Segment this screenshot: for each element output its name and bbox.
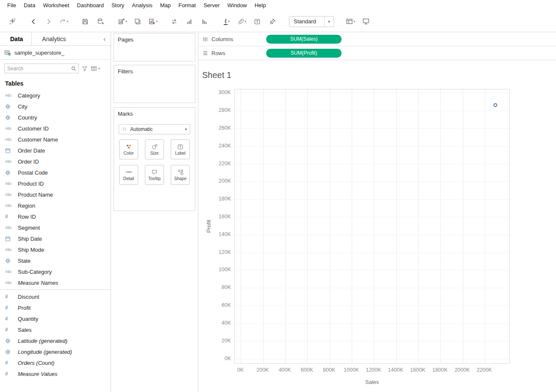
field-latitude-generated[interactable]: Latitude (generated) bbox=[0, 335, 111, 346]
field-measure-names[interactable]: AbcMeasure Names bbox=[0, 277, 111, 288]
field-postal-code[interactable]: Postal Code bbox=[0, 167, 111, 178]
field-country[interactable]: Country bbox=[0, 112, 111, 123]
shape-mark-button[interactable]: Shape bbox=[171, 165, 190, 185]
x-axis-title[interactable]: Sales bbox=[365, 379, 379, 385]
chevron-down-icon[interactable]: ▾ bbox=[245, 19, 246, 23]
filter-fields-icon[interactable] bbox=[82, 66, 88, 72]
chevron-down-icon[interactable]: ▾ bbox=[324, 17, 334, 27]
fix-pin-button[interactable] bbox=[266, 15, 279, 28]
field-ship-date[interactable]: Ship Date bbox=[0, 233, 111, 244]
menu-analysis[interactable]: Analysis bbox=[128, 0, 156, 11]
pill-sum-profit[interactable]: SUM(Profit) bbox=[266, 49, 342, 58]
menu-server[interactable]: Server bbox=[200, 0, 223, 11]
clear-sheet-button[interactable]: ▾ bbox=[147, 15, 159, 28]
tab-analytics[interactable]: Analytics bbox=[32, 32, 74, 45]
field-customer-name[interactable]: AbcCustomer Name bbox=[0, 134, 111, 145]
view-mode-value: Standard bbox=[289, 18, 324, 25]
hash-icon: # bbox=[5, 360, 16, 366]
highlight-icon: ℓ bbox=[224, 18, 228, 25]
field-profit[interactable]: #Profit bbox=[0, 302, 111, 313]
field-customer-id[interactable]: AbcCustomer ID bbox=[0, 123, 111, 134]
highlight-button[interactable]: ℓ▾ bbox=[220, 15, 233, 28]
plot-area[interactable] bbox=[234, 89, 510, 364]
chevron-down-icon[interactable]: ▾ bbox=[156, 19, 158, 23]
x-gridline bbox=[463, 89, 463, 363]
menu-map[interactable]: Map bbox=[156, 0, 175, 11]
worksheet-column: Columns SUM(Sales) Rows SUM(Profit) Shee… bbox=[198, 32, 556, 392]
detail-mark-button[interactable]: Detail bbox=[119, 165, 138, 185]
field-product-id[interactable]: AbcProduct ID bbox=[0, 178, 111, 189]
size-mark-button[interactable]: Size bbox=[145, 139, 164, 159]
sheet-title[interactable]: Sheet 1 bbox=[202, 70, 231, 80]
hash-icon: # bbox=[5, 327, 16, 333]
rows-shelf[interactable]: Rows SUM(Profit) bbox=[198, 46, 556, 60]
search-input[interactable] bbox=[5, 66, 71, 72]
tab-data[interactable]: Data bbox=[0, 32, 32, 45]
pages-shelf[interactable]: Pages bbox=[114, 33, 195, 61]
menu-data[interactable]: Data bbox=[20, 0, 39, 11]
x-gridline bbox=[485, 89, 485, 363]
field-longitude-generated[interactable]: Longitude (generated) bbox=[0, 346, 111, 357]
color-mark-button[interactable]: Color bbox=[119, 139, 138, 159]
field-ship-mode[interactable]: AbcShip Mode bbox=[0, 244, 111, 255]
forward-arrow-button[interactable] bbox=[42, 15, 55, 28]
datasource-row[interactable]: sample_superstore_ bbox=[0, 46, 111, 60]
paperclip-button[interactable]: ▾ bbox=[236, 15, 248, 28]
chevron-down-icon[interactable]: ▾ bbox=[67, 19, 68, 23]
field-city[interactable]: City bbox=[0, 101, 111, 112]
menu-file[interactable]: File bbox=[3, 0, 20, 11]
field-row-id[interactable]: #Row ID bbox=[0, 211, 111, 222]
columns-shelf[interactable]: Columns SUM(Sales) bbox=[198, 32, 556, 46]
field-state[interactable]: State bbox=[0, 255, 111, 266]
sort-descending-button[interactable] bbox=[198, 15, 211, 28]
chevron-down-icon[interactable]: ▾ bbox=[228, 19, 230, 23]
y-axis-title[interactable]: Profit bbox=[206, 220, 212, 233]
abc-icon: Abc bbox=[5, 93, 16, 97]
label-mark-button[interactable]: Label bbox=[171, 139, 190, 159]
save-button[interactable] bbox=[79, 15, 92, 28]
new-worksheet-button[interactable]: ▾ bbox=[116, 15, 129, 28]
field-sub-category[interactable]: AbcSub-Category bbox=[0, 266, 111, 277]
menu-format[interactable]: Format bbox=[175, 0, 200, 11]
field-product-name[interactable]: AbcProduct Name bbox=[0, 189, 111, 200]
swap-rows-columns-button[interactable] bbox=[168, 15, 181, 28]
field-order-date[interactable]: Order Date bbox=[0, 145, 111, 156]
show-hide-cards-button[interactable]: ▾ bbox=[344, 15, 357, 28]
field-measure-values[interactable]: #Measure Values bbox=[0, 368, 111, 379]
tooltip-mark-button[interactable]: Tooltip bbox=[145, 165, 164, 185]
menu-dashboard[interactable]: Dashboard bbox=[73, 0, 108, 11]
chevron-down-icon[interactable]: ▾ bbox=[353, 19, 355, 23]
search-icon[interactable] bbox=[71, 66, 78, 72]
scatter-mark[interactable] bbox=[494, 103, 498, 107]
tableau-logo-button[interactable] bbox=[6, 15, 19, 28]
menu-window[interactable]: Window bbox=[223, 0, 250, 11]
show-mark-labels-button[interactable] bbox=[251, 15, 264, 28]
redo-arrow-button[interactable]: ▾ bbox=[58, 15, 70, 28]
presentation-mode-button[interactable] bbox=[359, 15, 372, 28]
collapse-pane-icon[interactable]: ‹ bbox=[98, 32, 111, 45]
field-quantity[interactable]: #Quantity bbox=[0, 313, 111, 324]
field-order-id[interactable]: AbcOrder ID bbox=[0, 156, 111, 167]
duplicate-sheet-button[interactable] bbox=[131, 15, 144, 28]
mark-type-dropdown[interactable]: Automatic ▾ bbox=[119, 124, 190, 134]
field-discount[interactable]: #Discount bbox=[0, 291, 111, 302]
field-category[interactable]: AbcCategory bbox=[0, 90, 111, 101]
pane-tabs: Data Analytics ‹ bbox=[0, 32, 111, 46]
view-as-control[interactable]: ▾ bbox=[91, 65, 100, 72]
field-orders-count[interactable]: #Orders (Count) bbox=[0, 357, 111, 368]
field-segment[interactable]: AbcSegment bbox=[0, 222, 111, 233]
field-region[interactable]: AbcRegion bbox=[0, 200, 111, 211]
menu-story[interactable]: Story bbox=[108, 0, 128, 11]
add-data-source-button[interactable] bbox=[94, 15, 107, 28]
view-mode-select[interactable]: Standard▾ bbox=[289, 16, 334, 27]
y-gridline bbox=[235, 270, 509, 270]
search-box bbox=[4, 64, 79, 73]
pill-sum-sales[interactable]: SUM(Sales) bbox=[266, 35, 342, 44]
menu-help[interactable]: Help bbox=[251, 0, 270, 11]
sort-ascending-button[interactable] bbox=[183, 15, 196, 28]
filters-shelf[interactable]: Filters bbox=[114, 65, 195, 103]
chevron-down-icon[interactable]: ▾ bbox=[125, 19, 127, 23]
back-arrow-button[interactable] bbox=[27, 15, 40, 28]
menu-worksheet[interactable]: Worksheet bbox=[39, 0, 73, 11]
field-sales[interactable]: #Sales bbox=[0, 324, 111, 335]
